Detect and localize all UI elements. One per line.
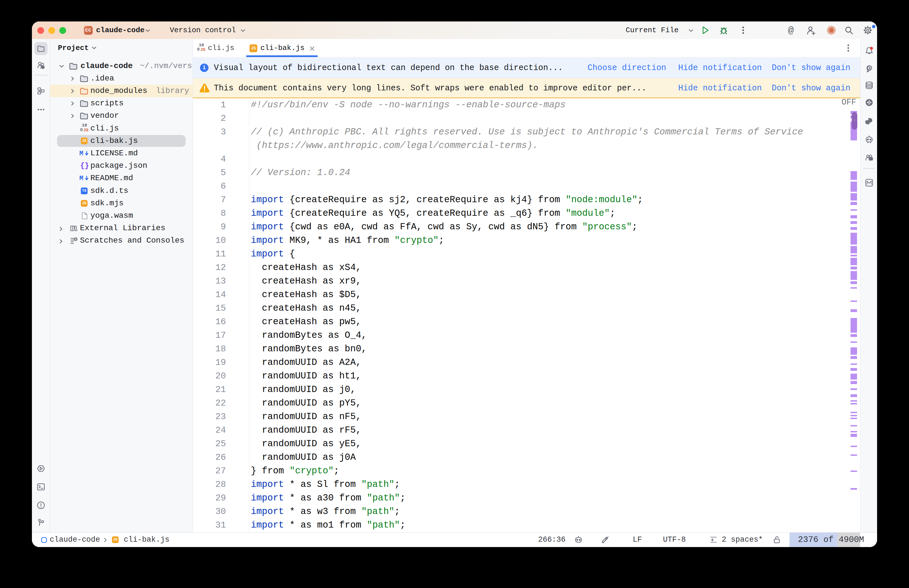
svg-text:M: M <box>79 175 83 182</box>
svg-text:?: ? <box>42 66 44 69</box>
svg-text:X: X <box>868 100 870 105</box>
svg-text:M: M <box>79 150 83 157</box>
